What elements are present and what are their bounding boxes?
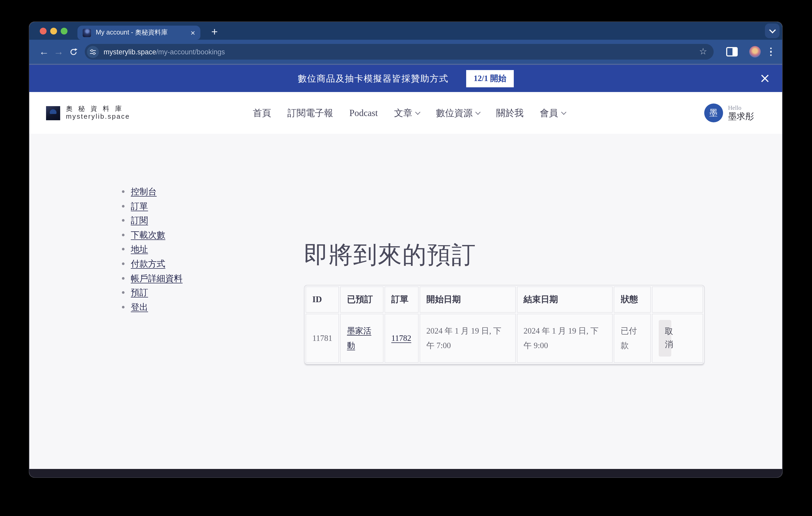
col-header-booked: 已預訂: [340, 286, 383, 313]
chevron-down-icon: [475, 110, 481, 115]
sidebar-item-logout[interactable]: 登出: [131, 302, 148, 312]
banner-text: 數位商品及抽卡模擬器皆採贊助方式: [298, 72, 448, 85]
reload-icon: [69, 47, 78, 56]
nav-label: 文章: [394, 107, 412, 119]
bookings-section: 即將到來的預訂 ID 已預訂 訂單 開始日期 結束日期 狀態: [304, 239, 705, 364]
user-block[interactable]: 墨 Hello 墨求彤: [704, 103, 754, 122]
site-logo-image: [46, 106, 60, 120]
browser-toolbar: ← → mysterylib.space /my-: [29, 40, 782, 65]
nav-label: 首頁: [253, 107, 271, 119]
tune-icon: [89, 48, 96, 55]
booked-product-link[interactable]: 墨家活動: [347, 326, 371, 350]
user-text: Hello 墨求彤: [728, 104, 754, 122]
nav-label: 訂閱電子報: [287, 107, 333, 119]
nav-label: 數位資源: [436, 107, 472, 119]
nav-item-podcast[interactable]: Podcast: [349, 108, 378, 118]
new-tab-button[interactable]: +: [207, 25, 222, 39]
forward-button[interactable]: →: [51, 44, 66, 59]
window-controls: [40, 28, 67, 34]
cancel-booking-button[interactable]: 取消: [659, 320, 671, 356]
cell-booked-product: 墨家活動: [340, 314, 383, 363]
nav-item-digital-resources[interactable]: 數位資源: [436, 107, 480, 119]
order-link[interactable]: 11782: [392, 334, 411, 342]
back-button[interactable]: ←: [37, 44, 51, 59]
col-header-start-date: 開始日期: [419, 286, 516, 313]
reload-button[interactable]: [66, 44, 81, 59]
nav-item-home[interactable]: 首頁: [253, 107, 271, 119]
address-bar[interactable]: mysterylib.space /my-account/bookings ☆: [85, 44, 714, 60]
nav-label: 會員: [540, 107, 558, 119]
cell-end-date: 2024 年 1 月 19 日, 下午 9:00: [517, 314, 613, 363]
tab-favicon-icon: [83, 29, 91, 37]
table-row: 11781 墨家活動 11782 2024 年 1 月 19 日, 下午 7:0…: [306, 314, 703, 363]
tab-title: My account - 奧秘資料庫: [96, 28, 187, 37]
list-item: 訂單: [131, 199, 782, 213]
sidebar-item-subscriptions[interactable]: 訂閱: [131, 215, 148, 225]
col-header-order: 訂單: [384, 286, 418, 313]
sidebar-item-orders[interactable]: 訂單: [131, 201, 148, 211]
browser-window: My account - 奧秘資料庫 × + ← →: [29, 22, 782, 477]
tab-strip: My account - 奧秘資料庫 × +: [29, 22, 782, 40]
banner-cta-button[interactable]: 12/1 開始: [466, 70, 514, 87]
sidebar-item-dashboard[interactable]: 控制台: [131, 187, 157, 196]
nav-item-about[interactable]: 關於我: [496, 107, 523, 119]
cell-booking-id: 11781: [306, 314, 339, 363]
cell-start-date: 2024 年 1 月 19 日, 下午 7:00: [419, 314, 516, 363]
user-avatar: 墨: [704, 103, 723, 122]
page-content: 控制台 訂單 訂閱 下載次數 地址 付款方式 帳戶詳細資料 預訂 登出 即將到來…: [29, 185, 782, 477]
minimize-window-button[interactable]: [50, 28, 57, 34]
col-header-actions: [651, 286, 703, 313]
sidebar-item-addresses[interactable]: 地址: [131, 244, 148, 254]
close-window-button[interactable]: [40, 28, 47, 34]
side-panel-icon[interactable]: [726, 47, 737, 57]
col-header-end-date: 結束日期: [517, 286, 613, 313]
cell-order: 11782: [384, 314, 418, 363]
url-path: /my-account/bookings: [156, 48, 225, 56]
chevron-down-icon: [561, 110, 566, 115]
banner-close-icon[interactable]: [760, 74, 770, 83]
tab-search-button[interactable]: [765, 24, 780, 38]
site-logo[interactable]: 奧秘資料庫 mysterylib.space: [46, 105, 130, 121]
status-badge: 已付款: [614, 314, 651, 363]
chevron-down-icon: [769, 26, 775, 33]
screen: My account - 奧秘資料庫 × + ← →: [0, 0, 812, 516]
sidebar-item-account-details[interactable]: 帳戶詳細資料: [131, 273, 182, 283]
user-greeting: Hello: [728, 104, 754, 111]
bookmark-star-icon[interactable]: ☆: [699, 46, 707, 57]
site-logo-text: 奧秘資料庫 mysterylib.space: [66, 105, 130, 121]
site-logo-line1: 奧秘資料庫: [66, 105, 130, 113]
nav-item-newsletter[interactable]: 訂閱電子報: [287, 107, 333, 119]
list-item: 控制台: [131, 185, 782, 199]
browser-menu-icon[interactable]: [770, 48, 772, 56]
col-header-id: ID: [306, 286, 339, 313]
col-header-status: 狀態: [614, 286, 651, 313]
chevron-down-icon: [415, 110, 420, 115]
nav-label: Podcast: [349, 108, 378, 118]
list-item: 訂閱: [131, 213, 782, 228]
table-header-row: ID 已預訂 訂單 開始日期 結束日期 狀態: [306, 286, 703, 313]
main-nav: 首頁 訂閱電子報 Podcast 文章 數位資源 關於我 會員: [253, 107, 565, 119]
window-bottom-bar: [29, 469, 782, 477]
page-title: 即將到來的預訂: [304, 239, 705, 271]
browser-profile-avatar[interactable]: [749, 46, 760, 58]
nav-item-articles[interactable]: 文章: [394, 107, 419, 119]
zoom-window-button[interactable]: [61, 28, 67, 34]
sidebar-item-bookings[interactable]: 預訂: [131, 287, 148, 298]
bookings-table: ID 已預訂 訂單 開始日期 結束日期 狀態 11781 墨家活動: [304, 285, 705, 364]
site-header: 奧秘資料庫 mysterylib.space 首頁 訂閱電子報 Podcast …: [29, 92, 782, 134]
sidebar-item-payment-methods[interactable]: 付款方式: [131, 259, 165, 269]
nav-item-member[interactable]: 會員: [540, 107, 565, 119]
url-domain: mysterylib.space: [104, 48, 156, 56]
site-settings-icon[interactable]: [87, 46, 99, 58]
tab-close-icon[interactable]: ×: [191, 29, 195, 37]
nav-label: 關於我: [496, 107, 523, 119]
promo-banner: 數位商品及抽卡模擬器皆採贊助方式 12/1 開始: [29, 65, 782, 92]
cell-actions: 取消: [651, 314, 703, 363]
browser-tab[interactable]: My account - 奧秘資料庫 ×: [78, 26, 200, 40]
sidebar-item-downloads[interactable]: 下載次數: [131, 230, 165, 240]
site-logo-line2: mysterylib.space: [66, 113, 130, 121]
user-name: 墨求彤: [728, 111, 754, 122]
